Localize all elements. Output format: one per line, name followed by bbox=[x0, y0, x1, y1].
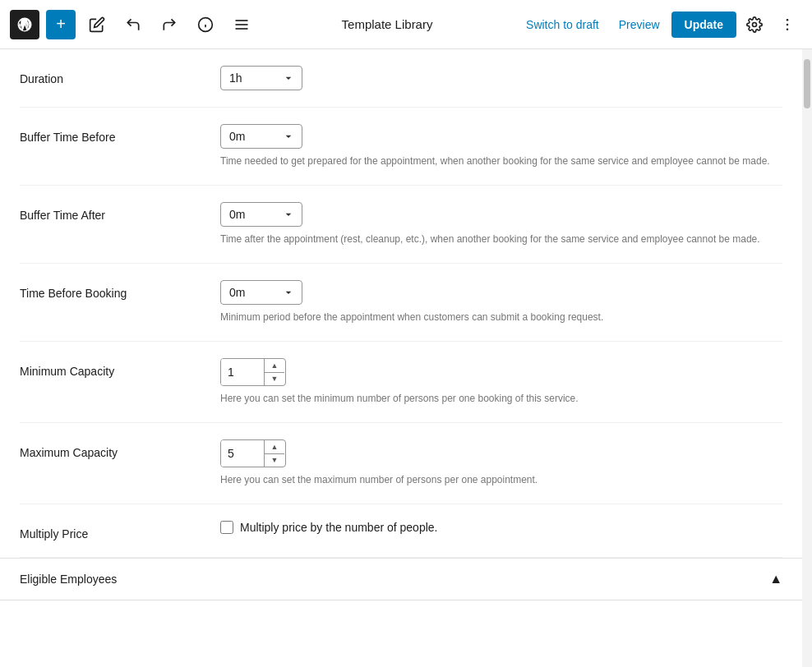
svg-point-8 bbox=[787, 23, 789, 25]
maximum-capacity-decrement[interactable]: ▼ bbox=[265, 453, 284, 467]
svg-point-6 bbox=[753, 22, 757, 26]
multiply-price-label: Multiply Price bbox=[20, 521, 201, 540]
maximum-capacity-hint: Here you can set the maximum number of p… bbox=[220, 472, 782, 487]
settings-icon bbox=[746, 16, 763, 33]
topbar-actions: Switch to draft Preview Update bbox=[518, 10, 802, 39]
scrollbar-thumb bbox=[804, 59, 810, 108]
svg-point-7 bbox=[787, 18, 789, 21]
duration-label: Duration bbox=[20, 66, 201, 85]
maximum-capacity-increment[interactable]: ▲ bbox=[265, 440, 284, 453]
info-button[interactable] bbox=[191, 10, 220, 39]
scrollbar[interactable] bbox=[802, 49, 812, 667]
minimum-capacity-hint: Here you can set the minimum number of p… bbox=[220, 391, 782, 406]
maximum-capacity-input[interactable] bbox=[221, 440, 264, 467]
more-options-button[interactable] bbox=[773, 10, 802, 39]
minimum-capacity-label: Minimum Capacity bbox=[20, 358, 201, 378]
minimum-capacity-field: ▲ ▼ Here you can set the minimum number … bbox=[220, 358, 782, 406]
buffer-time-before-row: Buffer Time Before 0m 5m 10m 15m 30m 1h … bbox=[20, 108, 782, 186]
multiply-price-field: Multiply price by the number of people. bbox=[220, 521, 782, 534]
time-before-booking-hint: Minimum period before the appointment wh… bbox=[220, 310, 782, 324]
main-content: Duration 1h 15m 30m 45m 1h 30m 2h Buffer… bbox=[0, 49, 802, 667]
duration-field: 1h 15m 30m 45m 1h 30m 2h bbox=[220, 66, 782, 90]
more-icon bbox=[779, 16, 796, 33]
menu-lines-button[interactable] bbox=[227, 10, 256, 39]
update-button[interactable]: Update bbox=[671, 12, 736, 38]
buffer-time-before-hint: Time needed to get prepared for the appo… bbox=[220, 154, 782, 168]
maximum-capacity-row: Maximum Capacity ▲ ▼ Here you can set th… bbox=[20, 423, 782, 504]
buffer-time-after-hint: Time after the appointment (rest, cleanu… bbox=[220, 232, 782, 246]
buffer-time-before-label: Buffer Time Before bbox=[20, 124, 201, 144]
switch-to-draft-button[interactable]: Switch to draft bbox=[518, 13, 607, 36]
edit-button[interactable] bbox=[82, 10, 112, 39]
maximum-capacity-spin-buttons: ▲ ▼ bbox=[264, 440, 284, 467]
preview-button[interactable]: Preview bbox=[611, 13, 668, 36]
page-wrapper: Duration 1h 15m 30m 45m 1h 30m 2h Buffer… bbox=[0, 49, 812, 667]
maximum-capacity-field: ▲ ▼ Here you can set the maximum number … bbox=[220, 439, 782, 487]
buffer-time-after-select[interactable]: 0m 5m 10m 15m 30m 1h bbox=[220, 202, 302, 227]
page-title: Template Library bbox=[263, 17, 511, 31]
maximum-capacity-input-wrapper: ▲ ▼ bbox=[220, 439, 286, 467]
multiply-price-checkbox-row: Multiply price by the number of people. bbox=[220, 521, 782, 534]
time-before-booking-field: 0m 5m 10m 15m 30m 1h 2h 4h 8h 12h 24h 48… bbox=[220, 280, 782, 324]
minimum-capacity-input-wrapper: ▲ ▼ bbox=[220, 358, 286, 386]
minimum-capacity-spin-buttons: ▲ ▼ bbox=[264, 359, 284, 385]
redo-icon bbox=[161, 16, 178, 33]
minimum-capacity-input[interactable] bbox=[221, 359, 264, 385]
svg-point-9 bbox=[787, 28, 789, 30]
redo-button[interactable] bbox=[155, 10, 184, 39]
form-section: Duration 1h 15m 30m 45m 1h 30m 2h Buffer… bbox=[0, 49, 802, 558]
plus-icon: + bbox=[56, 15, 66, 34]
minimum-capacity-increment[interactable]: ▲ bbox=[265, 359, 284, 372]
eligible-employees-title: Eligible Employees bbox=[20, 573, 117, 586]
eligible-employees-section[interactable]: Eligible Employees ▲ bbox=[0, 558, 802, 600]
duration-select[interactable]: 1h 15m 30m 45m 1h 30m 2h bbox=[220, 66, 302, 90]
maximum-capacity-label: Maximum Capacity bbox=[20, 439, 201, 459]
undo-button[interactable] bbox=[118, 10, 148, 39]
buffer-time-before-field: 0m 5m 10m 15m 30m 1h Time needed to get … bbox=[220, 124, 782, 168]
time-before-booking-row: Time Before Booking 0m 5m 10m 15m 30m 1h… bbox=[20, 264, 782, 342]
duration-row: Duration 1h 15m 30m 45m 1h 30m 2h bbox=[20, 49, 782, 108]
multiply-price-checkbox[interactable] bbox=[220, 521, 233, 534]
wordpress-logo bbox=[10, 10, 39, 39]
menu-lines-icon bbox=[233, 16, 250, 33]
info-icon bbox=[197, 16, 214, 33]
buffer-time-before-select[interactable]: 0m 5m 10m 15m 30m 1h bbox=[220, 124, 302, 149]
minimum-capacity-row: Minimum Capacity ▲ ▼ Here you can set th… bbox=[20, 342, 782, 423]
multiply-price-checkbox-label: Multiply price by the number of people. bbox=[240, 521, 437, 534]
topbar: + Template Library bbox=[0, 0, 812, 49]
chevron-up-icon: ▲ bbox=[769, 572, 782, 586]
settings-button[interactable] bbox=[740, 10, 769, 39]
buffer-time-after-row: Buffer Time After 0m 5m 10m 15m 30m 1h T… bbox=[20, 186, 782, 264]
buffer-time-after-field: 0m 5m 10m 15m 30m 1h Time after the appo… bbox=[220, 202, 782, 246]
buffer-time-after-label: Buffer Time After bbox=[20, 202, 201, 222]
undo-icon bbox=[125, 16, 141, 33]
edit-icon bbox=[89, 16, 105, 33]
add-button[interactable]: + bbox=[46, 10, 76, 39]
time-before-booking-label: Time Before Booking bbox=[20, 280, 201, 300]
minimum-capacity-decrement[interactable]: ▼ bbox=[265, 372, 284, 385]
time-before-booking-select[interactable]: 0m 5m 10m 15m 30m 1h 2h 4h 8h 12h 24h 48… bbox=[220, 280, 302, 305]
multiply-price-row: Multiply Price Multiply price by the num… bbox=[20, 504, 782, 558]
